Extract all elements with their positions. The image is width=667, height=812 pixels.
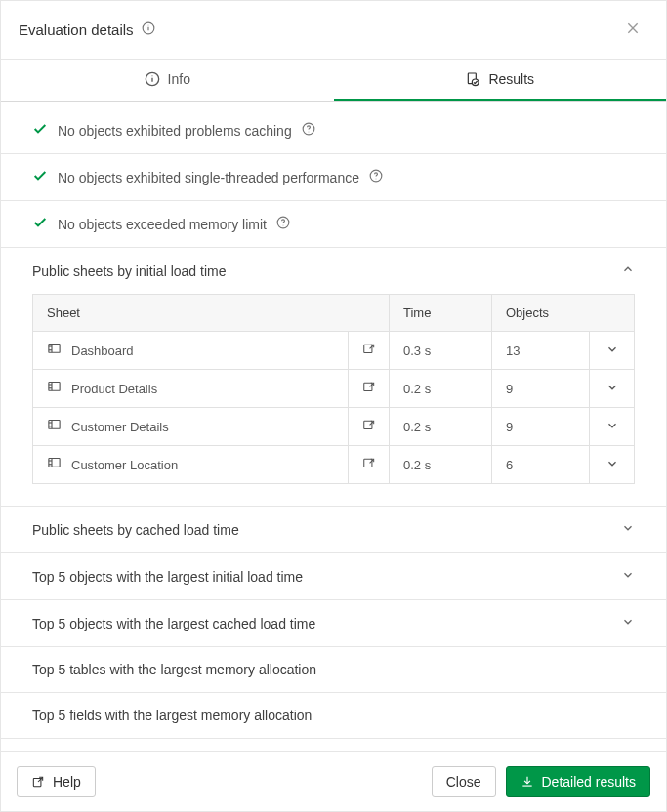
close-icon[interactable]: [617, 15, 648, 45]
section-title: Top 5 tables with the largest memory all…: [32, 662, 316, 677]
status-memory-text: No objects exceeded memory limit: [58, 217, 267, 232]
download-icon: [521, 775, 534, 789]
section-header-top5-fields[interactable]: Top 5 fields with the largest memory all…: [1, 693, 666, 738]
section-public-initial: Public sheets by initial load time Sheet…: [1, 248, 666, 507]
help-button-label: Help: [53, 774, 81, 790]
cell-time: 0.2 s: [390, 446, 492, 484]
svg-rect-35: [363, 459, 371, 467]
sheet-icon: [47, 418, 62, 435]
section-header-top5-cached[interactable]: Top 5 objects with the largest cached lo…: [1, 600, 666, 646]
expand-row-button[interactable]: [590, 446, 635, 484]
section-title: Top 5 objects with the largest cached lo…: [32, 616, 315, 631]
svg-rect-20: [363, 345, 371, 352]
col-objects-header: Objects: [492, 295, 635, 332]
tab-info-label: Info: [168, 71, 190, 87]
table-row: Customer Details 0.2 s 9: [33, 408, 635, 446]
section-top5-fields: Top 5 fields with the largest memory all…: [1, 693, 666, 739]
body: No objects exhibited problems caching No…: [1, 102, 666, 751]
section-title: Top 5 fields with the largest memory all…: [32, 708, 312, 723]
svg-rect-21: [49, 383, 60, 391]
cell-time: 0.3 s: [390, 332, 492, 370]
cell-sheet: Product Details: [71, 382, 157, 396]
svg-point-11: [308, 131, 309, 132]
modal-header: Evaluation details: [1, 1, 666, 60]
chevron-down-icon: [621, 615, 635, 631]
status-single-threaded: No objects exhibited single-threaded per…: [1, 154, 666, 201]
check-icon: [32, 121, 48, 140]
modal-footer: Help Close Detailed results: [1, 751, 666, 811]
section-top5-cached: Top 5 objects with the largest cached lo…: [1, 600, 666, 647]
cell-sheet: Customer Location: [71, 458, 178, 472]
svg-point-2: [147, 25, 148, 26]
section-header-top5-initial[interactable]: Top 5 objects with the largest initial l…: [1, 553, 666, 599]
tab-results[interactable]: Results: [334, 60, 667, 101]
section-header-public-initial[interactable]: Public sheets by initial load time: [1, 248, 666, 294]
open-sheet-button[interactable]: [349, 446, 390, 484]
info-icon: [145, 71, 160, 87]
expand-row-button[interactable]: [590, 332, 635, 370]
section-title: Public sheets by initial load time: [32, 264, 226, 279]
evaluation-details-modal: Evaluation details Info Results No objec…: [0, 0, 667, 812]
tab-results-label: Results: [488, 71, 534, 87]
cell-objects: 13: [492, 332, 590, 370]
section-header-public-cached[interactable]: Public sheets by cached load time: [1, 507, 666, 552]
svg-rect-16: [49, 345, 60, 353]
sheet-icon: [47, 380, 62, 397]
chevron-down-icon: [621, 568, 635, 585]
chevron-down-icon: [621, 521, 635, 538]
expand-row-button[interactable]: [590, 370, 635, 408]
col-sheet-header: Sheet: [33, 295, 390, 332]
cell-sheet: Dashboard: [71, 344, 134, 358]
svg-rect-25: [363, 383, 371, 390]
status-memory: No objects exceeded memory limit: [1, 201, 666, 248]
external-link-icon: [31, 775, 45, 789]
section-title: Public sheets by cached load time: [32, 522, 239, 538]
svg-rect-30: [363, 421, 371, 428]
results-icon: [465, 71, 480, 87]
check-icon: [32, 168, 48, 186]
section-top5-initial: Top 5 objects with the largest initial l…: [1, 553, 666, 600]
table-row: Dashboard 0.3 s 13: [33, 332, 635, 370]
status-single-threaded-text: No objects exhibited single-threaded per…: [58, 170, 359, 185]
svg-point-13: [376, 178, 377, 179]
help-icon[interactable]: [302, 122, 315, 139]
cell-time: 0.2 s: [390, 408, 492, 446]
svg-rect-26: [49, 421, 60, 429]
detailed-results-button[interactable]: Detailed results: [506, 766, 651, 797]
status-caching: No objects exhibited problems caching: [1, 102, 666, 154]
svg-point-7: [151, 75, 152, 76]
help-button[interactable]: Help: [17, 766, 96, 797]
section-header-top5-tables[interactable]: Top 5 tables with the largest memory all…: [1, 647, 666, 692]
section-public-cached: Public sheets by cached load time: [1, 507, 666, 553]
status-caching-text: No objects exhibited problems caching: [58, 123, 292, 139]
open-sheet-button[interactable]: [349, 408, 390, 446]
table-row: Product Details 0.2 s 9: [33, 370, 635, 408]
svg-rect-31: [49, 459, 60, 467]
tabs: Info Results: [1, 60, 666, 102]
check-icon: [32, 215, 48, 233]
close-button-label: Close: [446, 774, 481, 790]
sheet-icon: [47, 342, 62, 359]
help-icon[interactable]: [369, 169, 383, 185]
cell-sheet: Customer Details: [71, 420, 169, 434]
sheets-table: Sheet Time Objects Dashboard: [32, 294, 635, 484]
sheet-icon: [47, 456, 62, 473]
expand-row-button[interactable]: [590, 408, 635, 446]
svg-point-15: [283, 224, 284, 225]
cell-objects: 9: [492, 408, 590, 446]
chevron-up-icon: [621, 263, 635, 279]
table-header-row: Sheet Time Objects: [33, 295, 635, 332]
open-sheet-button[interactable]: [349, 332, 390, 370]
detailed-results-label: Detailed results: [542, 774, 637, 790]
info-icon[interactable]: [142, 21, 155, 38]
help-icon[interactable]: [276, 216, 290, 232]
cell-objects: 9: [492, 370, 590, 408]
tab-info[interactable]: Info: [1, 60, 334, 101]
section-title: Top 5 objects with the largest initial l…: [32, 569, 303, 585]
open-sheet-button[interactable]: [349, 370, 390, 408]
modal-title: Evaluation details: [19, 21, 134, 38]
close-button[interactable]: Close: [432, 766, 496, 797]
col-time-header: Time: [390, 295, 492, 332]
section-top5-tables: Top 5 tables with the largest memory all…: [1, 647, 666, 693]
table-row: Customer Location 0.2 s 6: [33, 446, 635, 484]
